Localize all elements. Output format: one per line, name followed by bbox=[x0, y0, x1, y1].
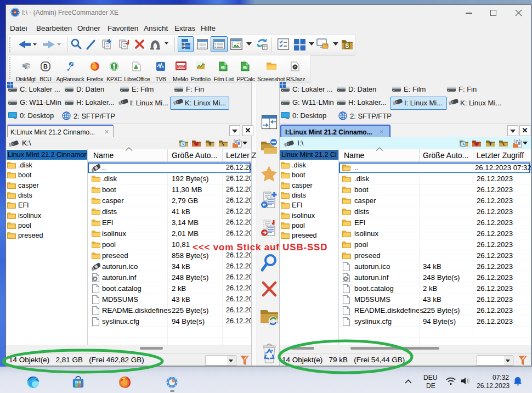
svg-text:S: S bbox=[345, 42, 349, 49]
svg-text:B: B bbox=[43, 63, 48, 70]
svg-text:MM: MM bbox=[177, 64, 185, 69]
